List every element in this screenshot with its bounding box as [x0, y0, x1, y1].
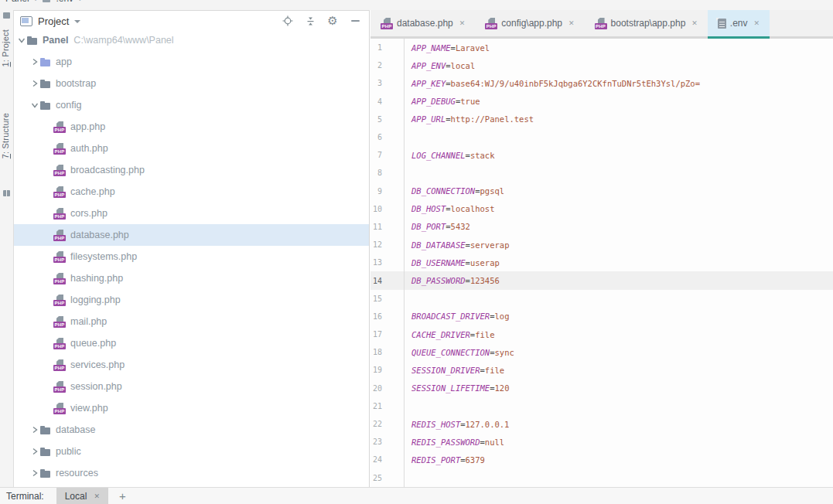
close-icon[interactable]: ✕: [754, 19, 760, 27]
code-editor[interactable]: 1APP_NAME=Laravel2APP_ENV=local3APP_KEY=…: [370, 39, 833, 487]
chevron-right-icon[interactable]: [29, 468, 40, 478]
terminal-tab-label: Local: [65, 491, 87, 502]
tree-item-app[interactable]: app: [14, 51, 369, 73]
code-line-11[interactable]: 11DB_PORT=5432: [370, 218, 833, 236]
env-key: BROADCAST_DRIVER: [411, 312, 490, 321]
code-line-2[interactable]: 2APP_ENV=local: [370, 56, 833, 74]
line-number: 20: [370, 380, 405, 397]
code-line-14[interactable]: 14DB_PASSWORD=123456: [370, 271, 833, 289]
tree-item-logging.php[interactable]: PHPlogging.php: [14, 289, 369, 311]
collapse-all-icon[interactable]: [304, 15, 316, 27]
code-line-12[interactable]: 12DB_DATABASE=serverap: [370, 236, 833, 254]
close-icon[interactable]: ✕: [691, 19, 698, 27]
chevron-right-icon[interactable]: [29, 78, 40, 89]
chevron-right-icon[interactable]: [29, 56, 40, 67]
env-key: QUEUE_CONNECTION: [411, 348, 490, 357]
close-icon[interactable]: ✕: [568, 19, 575, 27]
env-file-icon: [718, 19, 726, 29]
folder-icon: [27, 36, 37, 45]
chevron-down-icon[interactable]: [74, 20, 80, 23]
line-number: 16: [370, 308, 405, 325]
code-line-4[interactable]: 4APP_DEBUG=true: [370, 93, 833, 111]
line-number: 4: [370, 93, 405, 111]
code-line-3[interactable]: 3APP_KEY=base64:WJ/9/u40inbF5kJqbga6Y2CK…: [370, 74, 833, 92]
code-line-24[interactable]: 24REDIS_PORT=6379: [370, 451, 833, 468]
tree-item-queue.php[interactable]: PHPqueue.php: [14, 332, 369, 354]
code-line-text: DB_DATABASE=serverap: [405, 240, 509, 250]
tab-bootstrap\app.php[interactable]: PHPbootstrap\app.php✕: [585, 10, 708, 36]
chevron-right-icon[interactable]: [29, 424, 40, 435]
tree-item-broadcasting.php[interactable]: PHPbroadcasting.php: [14, 159, 369, 181]
tree-item-filesystems.php[interactable]: PHPfilesystems.php: [14, 246, 369, 267]
tool-window-tab-project[interactable]: 1: Project: [1, 29, 12, 66]
close-icon[interactable]: ✕: [459, 19, 466, 27]
tree-item-auth.php[interactable]: PHPauth.php: [14, 138, 369, 159]
tree-item-session.php[interactable]: PHPsession.php: [14, 376, 369, 397]
code-line-23[interactable]: 23REDIS_PASSWORD=null: [370, 433, 833, 451]
code-line-text: SESSION_LIFETIME=120: [405, 383, 509, 393]
code-line-15[interactable]: 15: [370, 290, 833, 308]
line-number: 2: [370, 56, 405, 74]
gear-icon[interactable]: ⚙: [326, 15, 339, 27]
tree-item-resources[interactable]: resources: [14, 462, 369, 484]
project-panel-header: Project ⚙: [14, 11, 369, 31]
code-line-text: DB_PASSWORD=123456: [405, 276, 500, 285]
tree-item-Panel[interactable]: PanelC:\wamp64\www\Panel: [14, 29, 369, 51]
breadcrumb-project[interactable]: Panel: [5, 0, 29, 4]
chevron-right-icon[interactable]: [29, 446, 40, 457]
code-line-22[interactable]: 22REDIS_HOST=127.0.0.1: [370, 415, 833, 433]
code-line-text: SESSION_DRIVER=file: [405, 366, 504, 375]
tree-item-hashing.php[interactable]: PHPhashing.php: [14, 267, 369, 289]
code-line-text: DB_HOST=localhost: [405, 204, 495, 213]
tree-item-public[interactable]: public: [14, 441, 369, 462]
tree-item-database[interactable]: database: [14, 419, 369, 441]
php-file-icon: PHP: [53, 121, 66, 133]
tool-window-tab-structure[interactable]: 7: Structure: [1, 113, 12, 158]
close-icon[interactable]: ✕: [94, 492, 100, 500]
tree-item-config[interactable]: config: [14, 94, 369, 116]
code-line-1[interactable]: 1APP_NAME=Laravel: [370, 39, 833, 56]
code-line-19[interactable]: 19SESSION_DRIVER=file: [370, 361, 833, 379]
code-line-20[interactable]: 20SESSION_LIFETIME=120: [370, 380, 833, 397]
env-value: 6379: [466, 455, 485, 465]
tab-.env[interactable]: .env✕: [708, 10, 770, 36]
tree-item-services.php[interactable]: PHPservices.php: [14, 354, 369, 376]
tree-item-bootstrap[interactable]: bootstrap: [14, 73, 369, 94]
tree-item-cors.php[interactable]: PHPcors.php: [14, 203, 369, 224]
env-key: APP_DEBUG: [411, 97, 456, 106]
breadcrumb-file[interactable]: .env: [56, 0, 73, 4]
tab-config\app.php[interactable]: PHPconfig\app.php✕: [475, 10, 584, 36]
tree-item-mail.php[interactable]: PHPmail.php: [14, 311, 369, 332]
code-line-5[interactable]: 5APP_URL=http://Panel.test: [370, 111, 833, 128]
tree-item-app.php[interactable]: PHPapp.php: [14, 116, 369, 138]
env-value: sync: [494, 348, 514, 357]
tree-item-label: database.php: [70, 230, 129, 240]
tree-item-database.php[interactable]: PHPdatabase.php: [14, 224, 369, 246]
chevron-down-icon[interactable]: [16, 35, 27, 46]
line-number: 17: [370, 325, 405, 343]
tab-database.php[interactable]: PHPdatabase.php✕: [370, 10, 475, 36]
tree-item-label: auth.php: [70, 143, 108, 154]
project-panel-title[interactable]: Project: [38, 15, 69, 27]
tree-item-view.php[interactable]: PHPview.php: [14, 397, 369, 419]
tree-item-cache.php[interactable]: PHPcache.php: [14, 181, 369, 203]
code-line-25[interactable]: 25: [370, 469, 833, 487]
code-line-6[interactable]: 6: [370, 128, 833, 146]
code-line-9[interactable]: 9DB_CONNECTION=pgsql: [370, 182, 833, 200]
code-line-7[interactable]: 7LOG_CHANNEL=stack: [370, 146, 833, 164]
code-line-18[interactable]: 18QUEUE_CONNECTION=sync: [370, 343, 833, 361]
code-line-8[interactable]: 8: [370, 164, 833, 182]
line-number: 14: [370, 271, 405, 289]
code-line-13[interactable]: 13DB_USERNAME=userap: [370, 254, 833, 271]
add-terminal-button[interactable]: +: [119, 490, 126, 502]
code-line-16[interactable]: 16BROADCAST_DRIVER=log: [370, 308, 833, 325]
terminal-tab-local[interactable]: Local ✕: [56, 488, 108, 504]
code-line-21[interactable]: 21: [370, 397, 833, 415]
env-key: DB_CONNECTION: [411, 186, 475, 196]
php-file-icon: PHP: [53, 359, 66, 371]
code-line-17[interactable]: 17CACHE_DRIVER=file: [370, 325, 833, 343]
minimize-icon[interactable]: [349, 15, 361, 27]
locate-icon[interactable]: [282, 15, 294, 27]
code-line-10[interactable]: 10DB_HOST=localhost: [370, 200, 833, 218]
chevron-down-icon[interactable]: [29, 100, 40, 111]
